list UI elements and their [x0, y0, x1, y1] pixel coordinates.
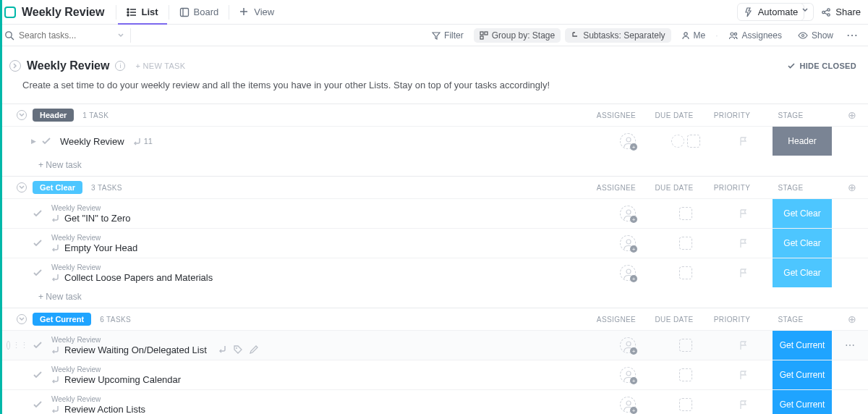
group-toggle[interactable] [17, 110, 27, 120]
show-button[interactable]: Show [792, 28, 839, 43]
info-icon[interactable]: i [115, 61, 125, 71]
row-handle[interactable]: ⋮⋮ [7, 341, 28, 350]
col-due[interactable]: DUE DATE [645, 316, 703, 324]
priority-picker[interactable] [715, 340, 773, 350]
group-toggle[interactable] [17, 182, 27, 193]
task-checkbox[interactable] [31, 207, 44, 220]
new-task-header-button[interactable]: + NEW TASK [135, 62, 185, 70]
stage-cell[interactable]: Get Current [773, 390, 832, 414]
svg-line-12 [11, 37, 14, 40]
filter-button[interactable]: Filter [426, 28, 469, 43]
tag-icon[interactable] [233, 345, 243, 355]
task-checkbox[interactable] [31, 368, 44, 381]
assignee-picker[interactable] [620, 367, 636, 383]
eye-icon [798, 31, 808, 40]
task-row[interactable]: Weekly Review Review Upcoming Calendar G… [2, 360, 868, 389]
task-checkbox[interactable] [31, 266, 44, 279]
stage-cell[interactable]: Get Current [773, 360, 832, 389]
search-input[interactable] [19, 30, 113, 41]
add-column-button[interactable]: ⊕ [820, 109, 856, 121]
more-icon[interactable]: ⋯ [843, 28, 861, 42]
task-checkbox[interactable] [31, 398, 44, 411]
expand-icon[interactable]: ▶ [31, 138, 37, 145]
new-task-row[interactable]: + New task [2, 287, 868, 308]
group-chip[interactable]: Get Clear [33, 181, 82, 194]
task-row[interactable]: Weekly Review Collect Loose Papers and M… [2, 258, 868, 287]
col-assignee[interactable]: ASSIGNEE [587, 184, 645, 192]
stage-cell[interactable]: Header [773, 127, 832, 156]
assignees-button[interactable]: Assignees [723, 28, 788, 43]
automate-button[interactable]: Automate [737, 3, 805, 21]
stage-cell[interactable]: Get Current [773, 331, 832, 360]
priority-picker[interactable] [715, 238, 773, 248]
priority-picker[interactable] [715, 370, 773, 380]
col-stage[interactable]: STAGE [761, 316, 820, 324]
assignee-picker[interactable] [620, 337, 636, 353]
edit-icon[interactable] [249, 345, 259, 355]
assignee-picker[interactable] [620, 397, 636, 413]
col-priority[interactable]: PRIORITY [703, 111, 761, 119]
start-date[interactable] [671, 135, 684, 148]
col-stage[interactable]: STAGE [761, 111, 820, 119]
col-due[interactable]: DUE DATE [645, 184, 703, 192]
col-priority[interactable]: PRIORITY [703, 316, 761, 324]
task-checkbox[interactable] [40, 135, 53, 148]
due-date[interactable] [687, 135, 700, 148]
new-task-row[interactable]: + New task [2, 156, 868, 176]
priority-picker[interactable] [715, 208, 773, 219]
doc-icon [4, 7, 16, 18]
due-date[interactable] [679, 398, 692, 411]
due-date[interactable] [679, 207, 692, 220]
add-column-button[interactable]: ⊕ [820, 313, 856, 325]
col-due[interactable]: DUE DATE [645, 111, 703, 119]
me-button[interactable]: Me [676, 28, 712, 43]
assignee-picker[interactable] [620, 235, 636, 251]
assignee-picker[interactable] [620, 133, 636, 149]
collapse-list-toggle[interactable] [9, 60, 21, 72]
task-checkbox[interactable] [31, 237, 44, 250]
col-assignee[interactable]: ASSIGNEE [587, 316, 645, 324]
subtask-add-icon[interactable] [218, 345, 227, 355]
due-date[interactable] [679, 368, 692, 381]
task-row[interactable]: Weekly Review Empty Your Head Get Clear [2, 228, 868, 258]
svg-rect-6 [180, 8, 188, 16]
groupby-button[interactable]: Group by: Stage [474, 28, 561, 43]
search-icon[interactable] [4, 30, 14, 41]
subtasks-button[interactable]: Subtasks: Separately [565, 28, 671, 43]
stage-cell[interactable]: Get Clear [773, 199, 832, 228]
group-chip[interactable]: Header [33, 109, 74, 122]
col-priority[interactable]: PRIORITY [703, 184, 761, 192]
hide-closed-button[interactable]: HIDE CLOSED [787, 62, 856, 70]
priority-picker[interactable] [715, 268, 773, 278]
due-date[interactable] [679, 266, 692, 279]
stage-cell[interactable]: Get Clear [773, 258, 832, 287]
due-date[interactable] [679, 339, 692, 352]
people-icon [728, 31, 739, 40]
due-date[interactable] [679, 237, 692, 250]
task-row[interactable]: ▶ Weekly Review 11 Header [2, 126, 868, 156]
add-column-button[interactable]: ⊕ [820, 182, 856, 193]
priority-picker[interactable] [715, 400, 773, 410]
group-chip[interactable]: Get Current [33, 313, 91, 326]
assignee-picker[interactable] [620, 265, 636, 281]
subtask-count[interactable]: 11 [133, 137, 153, 145]
automate-chevron[interactable] [797, 3, 814, 21]
task-row[interactable]: Weekly Review Review Action Lists Get Cu… [2, 389, 868, 414]
col-stage[interactable]: STAGE [761, 184, 820, 192]
svg-point-8 [822, 11, 825, 13]
subtask-indicator-icon [51, 214, 60, 222]
assignee-picker[interactable] [620, 206, 636, 221]
share-button[interactable]: Share [821, 7, 861, 17]
task-row[interactable]: Weekly Review Get "IN" to Zero Get Clear [2, 198, 868, 228]
row-actions-icon[interactable]: ⋯ [845, 339, 855, 351]
tab-board[interactable]: Board [171, 0, 228, 25]
col-assignee[interactable]: ASSIGNEE [587, 111, 645, 119]
group-toggle[interactable] [17, 314, 27, 324]
search-chevron[interactable] [117, 32, 124, 39]
task-checkbox[interactable] [31, 339, 44, 352]
task-row[interactable]: ⋮⋮ Weekly Review Review Waiting On/Deleg… [2, 330, 868, 360]
priority-picker[interactable] [715, 136, 773, 146]
tab-add-view[interactable]: View [231, 0, 283, 25]
tab-list[interactable]: List [118, 0, 166, 25]
stage-cell[interactable]: Get Clear [773, 229, 832, 258]
